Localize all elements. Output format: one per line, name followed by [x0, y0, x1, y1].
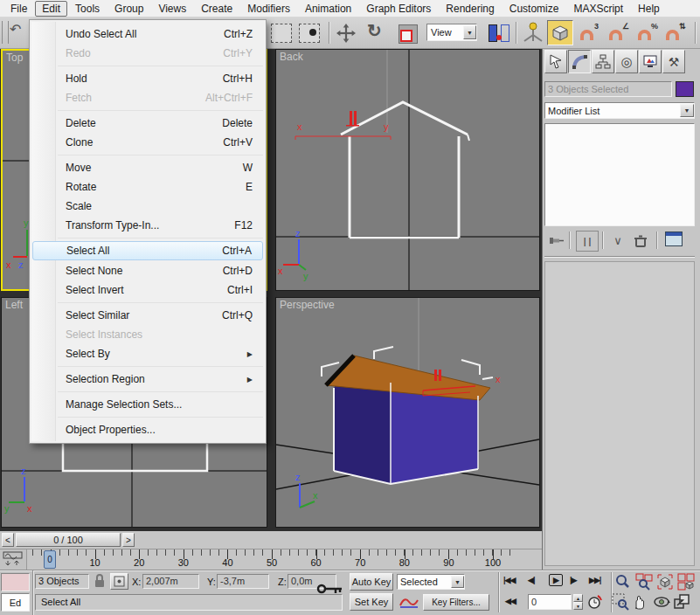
tab-display[interactable]: [639, 50, 662, 73]
menu-views[interactable]: Views: [151, 1, 193, 17]
show-end-result-button[interactable]: | |: [576, 231, 599, 252]
rectangular-selection-region-icon[interactable]: [271, 24, 292, 43]
tab-utilities[interactable]: ⚒: [662, 50, 685, 73]
track-bar-ruler[interactable]: 0 10 20 30 40 50 60 70 80 90 100: [26, 549, 543, 570]
menu-animation[interactable]: Animation: [298, 1, 358, 17]
auto-key-button[interactable]: Auto Key: [350, 573, 393, 591]
set-key-button[interactable]: Set Key: [350, 593, 393, 611]
zoom-extents-icon[interactable]: [656, 573, 674, 591]
modifier-stack-list[interactable]: [544, 123, 695, 226]
current-frame-field[interactable]: 0: [528, 594, 572, 610]
tab-modify[interactable]: [568, 50, 591, 73]
toolbar-drag-handle[interactable]: [2, 21, 9, 44]
menu-item-select-similar[interactable]: Select SimilarCtrl+Q: [31, 306, 265, 325]
menu-item-select-all[interactable]: Select AllCtrl+A: [32, 241, 263, 260]
snap-toggle-button[interactable]: [547, 20, 573, 45]
next-frame-icon[interactable]: |▶: [570, 576, 576, 584]
key-filters-button[interactable]: Key Filters...: [423, 594, 489, 611]
menu-graph-editors[interactable]: Graph Editors: [359, 1, 438, 17]
move-gizmo[interactable]: x y: [295, 121, 391, 140]
object-color-swatch[interactable]: [676, 81, 694, 97]
menu-group[interactable]: Group: [107, 1, 150, 17]
align-icon[interactable]: [522, 20, 544, 45]
region-zoom-icon[interactable]: [612, 593, 629, 611]
time-slider-bar[interactable]: 0 / 100: [16, 533, 121, 547]
configure-modifier-sets-button[interactable]: [665, 231, 683, 246]
play-icon[interactable]: ▶: [549, 574, 563, 586]
zoom-extents-all-icon[interactable]: [677, 573, 695, 591]
zoom-all-icon[interactable]: [635, 573, 653, 591]
remove-modifier-icon[interactable]: [632, 231, 649, 249]
tab-hierarchy[interactable]: [592, 50, 614, 73]
tab-create[interactable]: [544, 50, 567, 73]
menu-edit[interactable]: Edit: [35, 1, 67, 17]
modifier-list-dropdown[interactable]: Modifier List ▼: [544, 102, 695, 119]
menu-customize[interactable]: Customize: [502, 1, 566, 17]
chevron-down-icon[interactable]: ▼: [463, 25, 476, 39]
menu-item-transform-type-in[interactable]: Transform Type-In...F12: [31, 216, 265, 235]
spinner-snap-icon[interactable]: [666, 30, 679, 40]
time-slider-next-button[interactable]: >: [122, 533, 135, 547]
crossing-selection-icon[interactable]: [299, 24, 320, 43]
absolute-offset-toggle[interactable]: [110, 573, 128, 590]
mirror-icon[interactable]: [488, 24, 510, 42]
selection-set-dropdown[interactable]: Selected ▼: [397, 574, 465, 590]
previous-key-icon[interactable]: ◀◀: [505, 597, 516, 605]
scale-tool-icon[interactable]: [399, 24, 418, 44]
make-unique-button[interactable]: ∨: [609, 231, 627, 250]
mini-listener-pane[interactable]: Ed: [1, 593, 30, 612]
menu-item-delete[interactable]: DeleteDelete: [31, 114, 265, 133]
frame-spinner-up[interactable]: ▲: [573, 594, 583, 602]
menu-item-select-none[interactable]: Select NoneCtrl+D: [31, 261, 265, 280]
menu-rendering[interactable]: Rendering: [439, 1, 501, 17]
menu-item-clone[interactable]: CloneCtrl+V: [31, 133, 265, 152]
menu-item-undo-select-all[interactable]: Undo Select AllCtrl+Z: [31, 24, 265, 44]
viewport-back[interactable]: Back x y: [275, 49, 540, 291]
go-to-end-icon[interactable]: ▶▶|: [589, 576, 600, 584]
tab-motion[interactable]: ◎: [615, 50, 638, 73]
zoom-icon[interactable]: [614, 573, 632, 591]
reference-coordinate-dropdown[interactable]: View ▼: [426, 24, 477, 41]
viewport-perspective[interactable]: Perspective: [275, 297, 540, 528]
menu-maxscript[interactable]: MAXScript: [566, 1, 630, 17]
orbit-icon[interactable]: [653, 593, 670, 611]
menu-item-select-by[interactable]: Select By▶: [31, 344, 265, 363]
angle-snap-icon[interactable]: [609, 30, 622, 40]
macro-recorder-pane[interactable]: [1, 573, 30, 591]
chevron-down-icon[interactable]: ▼: [680, 104, 694, 117]
open-mini-curve-editor-icon[interactable]: [3, 551, 24, 569]
frame-spinner-down[interactable]: ▼: [573, 602, 583, 610]
rotate-tool-icon[interactable]: ↻: [367, 20, 382, 41]
time-slider-prev-button[interactable]: <: [2, 533, 14, 547]
x-coordinate-field[interactable]: 2,007m: [142, 574, 199, 589]
house-model[interactable]: [326, 356, 490, 484]
percent-snap-icon[interactable]: [638, 30, 651, 40]
menu-item-object-properties[interactable]: Object Properties...: [31, 420, 265, 439]
selection-lock-icon[interactable]: [93, 573, 107, 588]
previous-frame-icon[interactable]: ◀|: [528, 576, 534, 584]
menu-item-hold[interactable]: HoldCtrl+H: [31, 69, 265, 88]
snap-3d-icon[interactable]: [580, 30, 593, 40]
default-tangent-icon[interactable]: [399, 594, 419, 610]
menu-create[interactable]: Create: [194, 1, 239, 17]
menu-modifiers[interactable]: Modifiers: [240, 1, 297, 17]
rollout-area[interactable]: [544, 261, 695, 566]
menu-help[interactable]: Help: [631, 1, 667, 17]
go-to-start-icon[interactable]: |◀◀: [503, 576, 515, 584]
chevron-down-icon[interactable]: ▼: [451, 576, 464, 588]
move-tool-icon[interactable]: [336, 24, 356, 43]
menu-item-selection-region[interactable]: Selection Region▶: [31, 370, 265, 389]
time-slider-handle[interactable]: 0: [44, 550, 56, 569]
menu-item-rotate[interactable]: RotateE: [31, 177, 265, 197]
y-coordinate-field[interactable]: -3,7m: [217, 574, 269, 589]
time-configuration-icon[interactable]: [586, 593, 604, 611]
menu-item-select-invert[interactable]: Select InvertCtrl+I: [31, 280, 265, 300]
maximize-viewport-toggle-icon[interactable]: [673, 593, 690, 611]
undo-icon[interactable]: ↶: [10, 21, 21, 38]
menu-tools[interactable]: Tools: [68, 1, 107, 17]
menu-item-move[interactable]: MoveW: [31, 158, 265, 177]
menu-file[interactable]: File: [3, 1, 34, 17]
menu-item-manage-selection-sets[interactable]: Manage Selection Sets...: [31, 395, 265, 414]
menu-item-scale[interactable]: Scale: [31, 197, 265, 216]
pan-hand-icon[interactable]: [632, 593, 649, 611]
